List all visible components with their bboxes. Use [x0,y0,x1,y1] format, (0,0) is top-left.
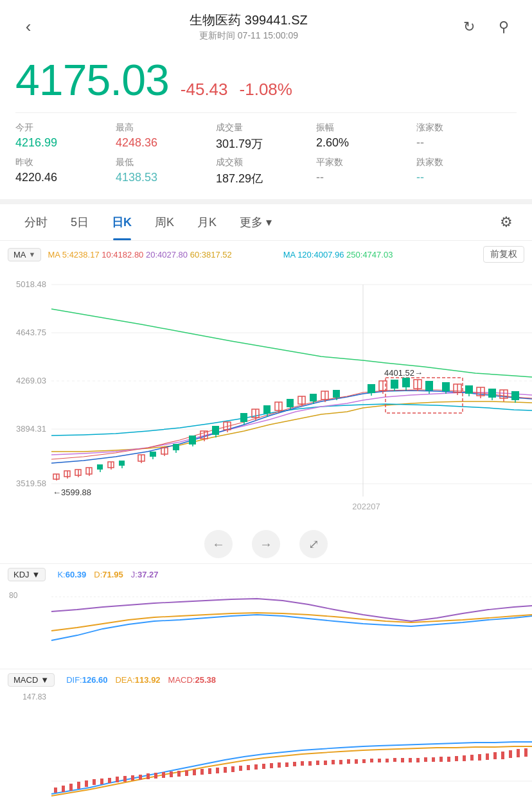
ma-badge[interactable]: MA ▼ [8,248,41,261]
tab-5ri[interactable]: 5日 [59,204,100,240]
stat-pingjia: 平家数 -- [316,154,416,189]
svg-rect-139 [378,759,381,762]
fq-button[interactable]: 前复权 [483,246,524,263]
stat-zhenfu: 振幅 2.60% [316,119,416,154]
price-change: -45.43 [181,80,228,100]
svg-rect-72 [425,381,433,391]
svg-rect-154 [493,752,497,759]
ma120-label: MA 120:4007.96 [283,250,344,260]
macd-chart-container: MACD ▼ DIF:126.60 DEA:113.92 MACD:25.38 … [0,669,532,801]
svg-rect-142 [401,758,404,762]
svg-text:3894.31: 3894.31 [16,424,46,434]
kdj-svg: 80 [0,583,532,666]
svg-rect-114 [185,770,188,776]
svg-rect-118 [216,768,219,773]
svg-rect-66 [391,380,398,389]
svg-rect-126 [278,762,281,768]
macd-svg: 147.83 -53.71 [0,688,532,801]
ma60-label: 60:3817.52 [190,250,232,260]
price-section: 4175.03 -45.43 -1.08% 今开 4216.99 最高 4248… [0,48,532,199]
stat-zuidi: 最低 4138.53 [116,154,216,189]
macd-macd-value: MACD:25.38 [168,675,216,685]
svg-rect-144 [416,758,420,762]
svg-text:3519.58: 3519.58 [16,479,46,488]
main-chart-container: MA ▼ MA 5:4238.17 10:4182.80 20:4027.80 … [0,241,532,563]
macd-label: MACD [13,675,38,685]
svg-text:80: 80 [9,591,18,600]
header-subtitle: 更新时间 07-11 15:00:09 [190,30,307,42]
stat-chengjiaoliang: 成交量 301.79万 [216,119,316,154]
header-center: 生物医药 399441.SZ 更新时间 07-11 15:00:09 [190,12,307,42]
chart-next-button[interactable]: → [252,530,280,558]
svg-rect-99 [69,784,73,791]
header: ‹ 生物医药 399441.SZ 更新时间 07-11 15:00:09 ↻ ⚲ [0,0,532,48]
price-main: 4175.03 [15,55,169,105]
tab-more[interactable]: 更多 ▾ [228,204,283,240]
kdj-label: KDJ [13,570,30,579]
svg-rect-127 [285,762,288,767]
price-pct: -1.08% [240,80,292,100]
kdj-badge[interactable]: KDJ ▼ [8,568,46,581]
svg-rect-51 [287,399,294,407]
svg-rect-148 [447,757,450,762]
svg-rect-108 [139,775,142,780]
ma20-label: 20:4027.80 [146,250,188,260]
svg-rect-100 [77,782,80,789]
svg-rect-155 [501,752,504,759]
svg-rect-153 [486,753,489,760]
kdj-legend: KDJ ▼ K:60.39 D:71.95 J:37.27 [0,564,532,583]
svg-rect-25 [119,461,125,466]
svg-rect-59 [333,390,340,398]
svg-rect-141 [393,758,396,762]
svg-text:147.83: 147.83 [22,692,46,701]
kdj-d-value: D:71.95 [94,570,123,579]
stat-zuigao: 最高 4248.36 [116,119,216,154]
stat-chengjiaoe: 成交额 187.29亿 [216,154,316,189]
svg-rect-157 [517,749,520,757]
ma5-label: MA 5:4238.17 [48,250,99,260]
svg-rect-125 [270,763,273,768]
svg-rect-90 [0,583,532,666]
chart-prev-button[interactable]: ← [204,530,233,558]
svg-rect-107 [131,775,134,780]
svg-rect-122 [247,765,250,770]
svg-rect-103 [100,779,103,784]
svg-rect-137 [362,759,366,763]
search-button[interactable]: ⚲ [491,19,517,35]
svg-rect-116 [200,769,204,775]
svg-rect-97 [54,788,57,793]
svg-rect-123 [254,764,258,770]
svg-rect-98 [62,786,65,792]
svg-rect-119 [224,767,227,773]
macd-badge[interactable]: MACD ▼ [8,673,55,687]
tab-fenshi[interactable]: 分时 [13,204,59,240]
settings-icon[interactable]: ⚙ [493,207,519,237]
svg-rect-83 [488,389,496,398]
tab-rik[interactable]: 日K [100,204,143,240]
tab-zhouk[interactable]: 周K [143,204,186,240]
svg-rect-117 [208,768,211,774]
refresh-button[interactable]: ↻ [456,19,482,35]
chart-nav: ← → ⤢ [0,525,532,563]
svg-rect-47 [263,405,270,414]
ma-label: MA [13,250,26,260]
stat-zhangjia: 涨家数 -- [416,119,517,154]
tab-yuek[interactable]: 月K [186,204,228,240]
svg-rect-106 [123,776,127,782]
svg-rect-79 [465,385,473,394]
svg-rect-87 [511,391,519,400]
macd-dea-value: DEA:113.92 [115,675,160,685]
chart-expand-button[interactable]: ⤢ [299,530,328,558]
svg-text:202207: 202207 [352,502,380,511]
svg-rect-29 [150,452,156,457]
ma10-label: 10:4182.80 [102,250,143,260]
back-button[interactable]: ‹ [15,17,41,37]
svg-text:5018.48: 5018.48 [16,279,46,289]
svg-rect-35 [189,436,196,445]
svg-text:4401.52→: 4401.52→ [384,368,423,378]
svg-rect-140 [386,759,389,762]
svg-rect-129 [301,761,304,766]
svg-text:←3599.88: ←3599.88 [53,488,91,497]
section-divider [0,199,532,204]
svg-rect-145 [424,757,427,762]
